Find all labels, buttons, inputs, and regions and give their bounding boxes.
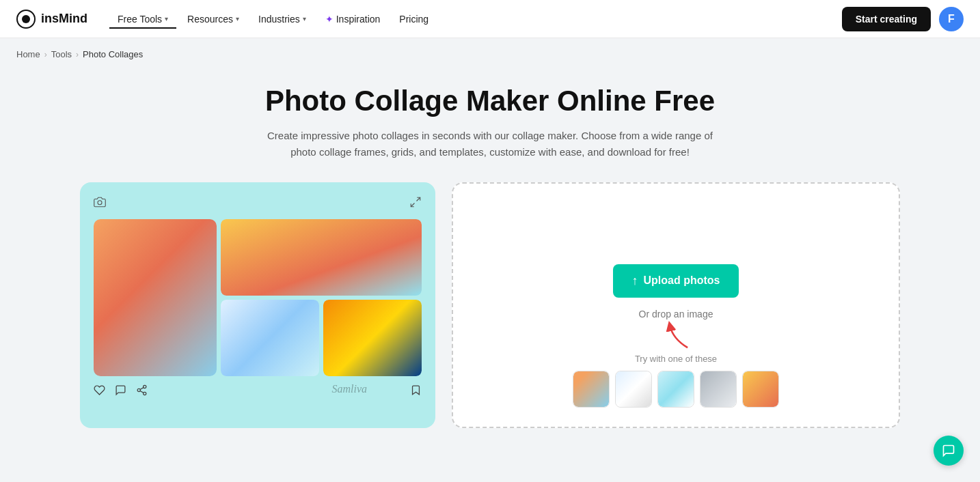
preview-bottom-bar	[94, 384, 422, 399]
svg-point-1	[22, 15, 30, 23]
preview-photo-main	[94, 219, 217, 376]
svg-line-4	[411, 203, 414, 207]
svg-point-2	[98, 201, 102, 205]
upload-center: ↑ Upload photos Or drop an image	[613, 264, 739, 320]
navbar: insMind Free Tools ▾ Resources ▾ Industr…	[0, 0, 980, 38]
expand-icon	[409, 196, 422, 211]
main-area: Samliva	[80, 182, 900, 428]
preview-photo-col	[221, 219, 422, 376]
signature: Samliva	[331, 383, 367, 395]
arrow-annotation	[655, 315, 696, 359]
bookmark-icon[interactable]	[410, 384, 422, 399]
spark-icon: ✦	[325, 14, 334, 25]
try-samples-label: Try with one of these	[635, 354, 717, 364]
share-icon[interactable]	[136, 384, 148, 399]
breadcrumb-tools[interactable]: Tools	[51, 49, 72, 59]
sample-image-5[interactable]	[742, 371, 779, 408]
nav-free-tools[interactable]: Free Tools ▾	[109, 10, 176, 29]
preview-photo-2	[221, 219, 422, 296]
preview-card: Samliva	[80, 182, 435, 428]
try-samples: Try with one of these	[453, 354, 899, 408]
svg-line-8	[140, 391, 144, 393]
page-content: Photo Collage Maker Online Free Create i…	[0, 65, 980, 455]
svg-point-6	[137, 389, 140, 392]
start-creating-button[interactable]: Start creating	[842, 7, 931, 31]
industries-chevron-icon: ▾	[303, 15, 306, 23]
camera-icon	[94, 196, 106, 211]
user-avatar[interactable]: F	[939, 7, 964, 31]
chat-widget[interactable]	[934, 436, 964, 466]
breadcrumb-sep-2: ›	[76, 50, 79, 59]
svg-point-7	[144, 393, 146, 395]
sample-image-1[interactable]	[573, 371, 610, 408]
logo[interactable]: insMind	[16, 10, 87, 29]
sample-image-3[interactable]	[657, 371, 694, 408]
nav-links: Free Tools ▾ Resources ▾ Industries ▾ ✦ …	[109, 10, 842, 29]
breadcrumb: Home › Tools › Photo Collages	[0, 38, 980, 65]
sample-image-2[interactable]	[615, 371, 652, 408]
preview-photo-4	[323, 300, 422, 376]
comment-icon[interactable]	[115, 384, 126, 399]
svg-line-3	[417, 198, 420, 201]
preview-action-icons	[94, 384, 148, 399]
nav-pricing[interactable]: Pricing	[391, 10, 437, 29]
preview-photo-3	[221, 300, 319, 376]
page-title: Photo Collage Maker Online Free	[258, 84, 722, 118]
sample-images	[573, 371, 779, 408]
heart-icon[interactable]	[94, 384, 105, 399]
upload-photos-button[interactable]: ↑ Upload photos	[613, 264, 739, 298]
breadcrumb-home[interactable]: Home	[16, 49, 40, 59]
breadcrumb-current: Photo Collages	[83, 49, 143, 59]
svg-line-9	[140, 388, 144, 390]
hero-section: Photo Collage Maker Online Free Create i…	[258, 65, 722, 182]
free-tools-chevron-icon: ▾	[165, 15, 168, 23]
upload-arrow-icon: ↑	[632, 274, 638, 288]
chat-icon	[942, 444, 955, 457]
svg-point-5	[144, 386, 146, 388]
logo-icon	[16, 10, 36, 29]
upload-area: ↑ Upload photos Or drop an image	[452, 182, 900, 428]
resources-chevron-icon: ▾	[236, 15, 239, 23]
nav-resources[interactable]: Resources ▾	[179, 10, 247, 29]
preview-top-bar	[94, 196, 422, 211]
breadcrumb-sep-1: ›	[44, 50, 47, 59]
nav-inspiration[interactable]: ✦ Inspiration	[317, 10, 389, 29]
preview-photos	[94, 219, 422, 376]
nav-industries[interactable]: Industries ▾	[250, 10, 314, 29]
navbar-right: Start creating F	[842, 7, 964, 31]
hero-subtitle: Create impressive photo collages in seco…	[258, 128, 722, 160]
sample-image-4[interactable]	[700, 371, 737, 408]
logo-text: insMind	[41, 12, 87, 26]
red-arrow-icon	[655, 315, 696, 356]
